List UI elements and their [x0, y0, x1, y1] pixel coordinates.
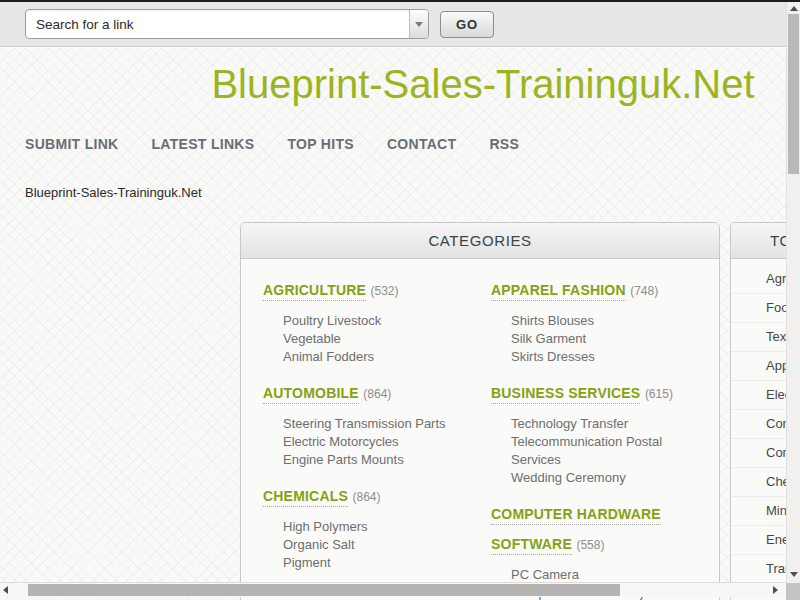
- category-link[interactable]: AGRICULTURE: [263, 282, 366, 301]
- scrollbar-corner: [786, 583, 800, 600]
- category-heading: COMPUTER HARDWARE SOFTWARE (558): [491, 499, 719, 560]
- category-block: APPAREL FASHION (748)Shirts BlousesSilk …: [491, 275, 719, 366]
- category-count: (864): [352, 490, 380, 504]
- subcategory-link[interactable]: Poultry Livestock: [283, 312, 461, 330]
- category-count: (864): [363, 387, 391, 401]
- top-category-link[interactable]: Minerals Metals: [731, 496, 787, 525]
- category-link[interactable]: AUTOMOBILE: [263, 385, 359, 404]
- category-block: CHEMICALS (864)High PolymersOrganic Salt…: [263, 481, 491, 572]
- search-toolbar: GO: [0, 2, 787, 47]
- subcategory-link[interactable]: Silk Garment: [511, 330, 689, 348]
- category-count: (532): [371, 284, 399, 298]
- go-button[interactable]: GO: [440, 11, 494, 38]
- scroll-right-arrow-icon[interactable]: [773, 586, 778, 594]
- top-category-link[interactable]: Energy: [731, 525, 787, 554]
- top-categories-list: AgricultureFood BeverageTextiles Leather…: [731, 259, 787, 583]
- search-combobox: [25, 9, 429, 39]
- browser-page: GO Blueprint-Sales-Traininguk.Net SUBMIT…: [0, 0, 800, 600]
- categories-panel: CATEGORIES AGRICULTURE (532)Poultry Live…: [240, 222, 720, 600]
- horizontal-scrollbar-thumb[interactable]: [28, 584, 620, 596]
- vertical-scrollbar-thumb[interactable]: [788, 14, 799, 174]
- top-categories-panel: TOP CATEGORIES AgricultureFood BeverageT…: [730, 222, 787, 600]
- top-category-link[interactable]: Food Beverage: [731, 293, 787, 322]
- breadcrumb: Blueprint-Sales-Traininguk.Net: [25, 185, 202, 200]
- horizontal-scrollbar[interactable]: [0, 582, 786, 597]
- scroll-up-arrow-icon[interactable]: [790, 6, 798, 11]
- subcategory-link[interactable]: Electric Motorcycles: [283, 433, 461, 451]
- category-heading: APPAREL FASHION (748): [491, 275, 719, 306]
- scroll-left-arrow-icon[interactable]: [3, 586, 8, 594]
- subcategory-link[interactable]: Technology Transfer: [511, 415, 689, 433]
- top-category-link[interactable]: Transportation: [731, 554, 787, 583]
- top-categories-panel-header: TOP CATEGORIES: [731, 223, 787, 259]
- category-link[interactable]: BUSINESS SERVICES: [491, 385, 640, 404]
- category-block: BUSINESS SERVICES (615)Technology Transf…: [491, 378, 719, 487]
- nav-item-latest-links[interactable]: LATEST LINKS: [152, 136, 255, 152]
- subcategory-link[interactable]: Shirts Blouses: [511, 312, 689, 330]
- subcategory-list: Steering Transmission PartsElectric Moto…: [263, 413, 491, 469]
- subcategory-list: Poultry LivestockVegetableAnimal Fodders: [263, 310, 491, 366]
- top-window-edge: [0, 0, 800, 2]
- categories-column: AGRICULTURE (532)Poultry LivestockVegeta…: [263, 275, 491, 600]
- subcategory-link[interactable]: Organic Salt: [283, 536, 461, 554]
- search-input[interactable]: [26, 10, 409, 38]
- nav-item-rss[interactable]: RSS: [489, 136, 519, 152]
- categories-panel-header: CATEGORIES: [241, 223, 719, 259]
- top-category-link[interactable]: Computer Hardware Software: [731, 438, 787, 467]
- subcategory-link[interactable]: Steering Transmission Parts: [283, 415, 461, 433]
- nav-item-submit-link[interactable]: SUBMIT LINK: [25, 136, 119, 152]
- top-category-link[interactable]: Textiles Leather Products: [731, 322, 787, 351]
- category-heading: CHEMICALS (864): [263, 481, 491, 512]
- top-category-link[interactable]: Electronics Electrical: [731, 380, 787, 409]
- category-count: (748): [630, 284, 658, 298]
- main-content: Blueprint-Sales-Traininguk.Net SUBMIT LI…: [0, 48, 787, 600]
- top-category-link[interactable]: Agriculture: [731, 265, 787, 293]
- category-heading: AUTOMOBILE (864): [263, 378, 491, 409]
- chevron-down-icon: [415, 22, 423, 27]
- subcategory-link[interactable]: Pigment: [283, 554, 461, 572]
- subcategory-list: High PolymersOrganic SaltPigment: [263, 516, 491, 572]
- subcategory-link[interactable]: High Polymers: [283, 518, 461, 536]
- category-link[interactable]: CHEMICALS: [263, 488, 348, 507]
- nav-item-contact[interactable]: CONTACT: [387, 136, 457, 152]
- subcategory-link[interactable]: Skirts Dresses: [511, 348, 689, 366]
- vertical-scrollbar[interactable]: [786, 2, 800, 583]
- subcategory-link[interactable]: Wedding Ceremony: [511, 469, 689, 487]
- category-count: (558): [576, 538, 604, 552]
- scroll-down-arrow-icon[interactable]: [790, 572, 798, 577]
- category-block: AGRICULTURE (532)Poultry LivestockVegeta…: [263, 275, 491, 366]
- category-heading: BUSINESS SERVICES (615): [491, 378, 719, 409]
- main-nav: SUBMIT LINKLATEST LINKSTOP HITSCONTACTRS…: [25, 136, 519, 152]
- top-category-link[interactable]: Apparel Fashion: [731, 351, 787, 380]
- nav-item-top-hits[interactable]: TOP HITS: [287, 136, 353, 152]
- categories-column: APPAREL FASHION (748)Shirts BlousesSilk …: [491, 275, 719, 600]
- subcategory-link[interactable]: Vegetable: [283, 330, 461, 348]
- subcategory-link[interactable]: Telecommunication Postal Services: [511, 433, 689, 469]
- category-heading: AGRICULTURE (532): [263, 275, 491, 306]
- top-category-link[interactable]: Construction Real Estate: [731, 409, 787, 438]
- search-dropdown-button[interactable]: [409, 10, 428, 38]
- category-link[interactable]: APPAREL FASHION: [491, 282, 626, 301]
- category-block: AUTOMOBILE (864)Steering Transmission Pa…: [263, 378, 491, 469]
- subcategory-link[interactable]: Engine Parts Mounts: [283, 451, 461, 469]
- subcategory-list: Shirts BlousesSilk GarmentSkirts Dresses: [491, 310, 719, 366]
- page-title[interactable]: Blueprint-Sales-Traininguk.Net: [0, 62, 787, 107]
- categories-columns: AGRICULTURE (532)Poultry LivestockVegeta…: [241, 259, 719, 600]
- subcategory-list: Technology TransferTelecommunication Pos…: [491, 413, 719, 487]
- top-category-link[interactable]: Chemicals: [731, 467, 787, 496]
- category-count: (615): [645, 387, 673, 401]
- subcategory-link[interactable]: Animal Fodders: [283, 348, 461, 366]
